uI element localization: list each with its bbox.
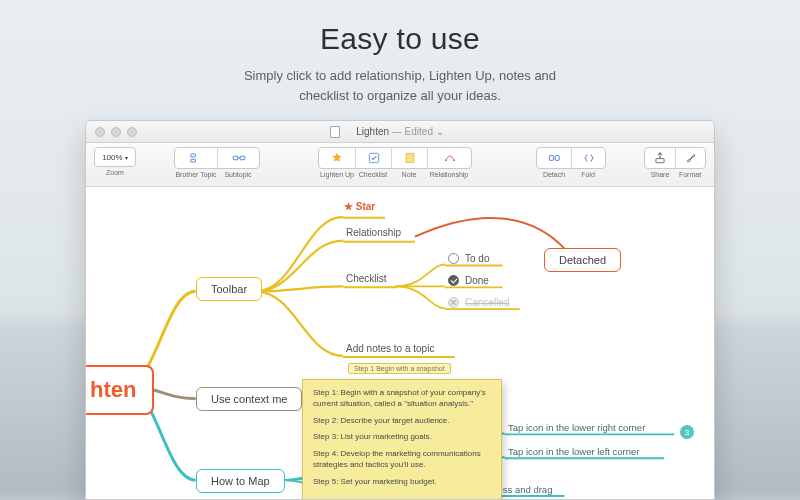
close-icon[interactable] <box>95 127 105 137</box>
checklist-todo-label: To do <box>465 253 489 264</box>
brush-icon <box>684 151 698 165</box>
checklist-done-label: Done <box>465 275 489 286</box>
window-title: Lighten — Edited ⌄ <box>356 126 444 137</box>
lighten-up-button[interactable] <box>319 148 355 168</box>
svg-rect-2 <box>233 156 238 160</box>
leaf-checklist[interactable]: Checklist <box>346 273 387 284</box>
sticky-step-3: Step 3: List your marketing goals. <box>313 432 491 443</box>
note-label: Note <box>391 171 427 178</box>
relationship-label: Relationship <box>427 171 471 178</box>
checklist-done[interactable]: Done <box>448 275 489 286</box>
checklist-cancelled-label: Cancelled <box>465 297 509 308</box>
fold-label: Fold <box>571 171 605 178</box>
checklist-button[interactable] <box>355 148 391 168</box>
brother-topic-label: Brother Topic <box>175 171 217 178</box>
mindmap-canvas[interactable]: hten Toolbar Use context me How to Map D… <box>86 187 714 499</box>
zoom-dropdown[interactable]: 100% ▾ <box>94 147 136 167</box>
share-button[interactable] <box>645 148 675 168</box>
detach-icon <box>547 151 561 165</box>
topic-context-menu[interactable]: Use context me <box>196 387 302 411</box>
subtopic-button[interactable] <box>217 148 259 168</box>
checkbox-checked-icon <box>448 275 459 286</box>
root-topic[interactable]: hten <box>85 365 154 415</box>
checklist-label: Checklist <box>355 171 391 178</box>
leaf-tap-right[interactable]: Tap icon in the lower right corner <box>508 422 673 433</box>
brother-topic-icon <box>189 151 203 165</box>
traffic-lights[interactable] <box>95 127 137 137</box>
toolbar: 100% ▾ Zoom Brother Topic Subtopic <box>86 143 714 187</box>
sticky-step-2: Step 2: Describe your target audience. <box>313 416 491 427</box>
note-button[interactable] <box>391 148 427 168</box>
leaf-relationship[interactable]: Relationship <box>346 227 401 238</box>
share-label: Share <box>645 171 675 178</box>
relationship-button[interactable] <box>427 148 471 168</box>
svg-rect-0 <box>191 154 196 157</box>
note-snapshot-tag[interactable]: Step 1 Begin with a snapshot <box>348 363 451 374</box>
app-window: Lighten — Edited ⌄ 100% ▾ Zoom <box>85 120 715 500</box>
format-label: Format <box>675 171 705 178</box>
format-button[interactable] <box>675 148 705 168</box>
star-icon <box>330 151 344 165</box>
zoom-label: Zoom <box>106 169 124 176</box>
svg-rect-6 <box>405 153 413 162</box>
detach-label: Detach <box>537 171 571 178</box>
lighten-up-label: Lighten Up <box>319 171 355 178</box>
svg-point-7 <box>444 159 446 161</box>
titlebar: Lighten — Edited ⌄ <box>86 121 714 143</box>
svg-rect-10 <box>555 156 559 161</box>
svg-rect-1 <box>191 159 196 162</box>
document-icon <box>330 126 340 138</box>
fold-button[interactable] <box>571 148 605 168</box>
sticky-note[interactable]: Step 1: Begin with a snapshot of your co… <box>302 379 502 500</box>
leaf-tap-left[interactable]: Tap icon in the lower left corner <box>508 446 668 457</box>
fold-icon <box>582 151 596 165</box>
svg-rect-11 <box>656 159 664 163</box>
topic-detached[interactable]: Detached <box>544 248 621 272</box>
minimize-icon[interactable] <box>111 127 121 137</box>
note-icon <box>403 151 417 165</box>
checkbox-cancel-icon <box>448 297 459 308</box>
sticky-step-1: Step 1: Begin with a snapshot of your co… <box>313 388 491 410</box>
brother-topic-button[interactable] <box>175 148 217 168</box>
leaf-star[interactable]: Star <box>344 201 375 212</box>
zoom-window-icon[interactable] <box>127 127 137 137</box>
share-icon <box>653 151 667 165</box>
svg-rect-3 <box>240 156 245 160</box>
relationship-icon <box>443 151 457 165</box>
checklist-cancelled[interactable]: Cancelled <box>448 297 509 308</box>
topic-how-to-map[interactable]: How to Map <box>196 469 285 493</box>
topic-toolbar[interactable]: Toolbar <box>196 277 262 301</box>
sticky-step-5: Step 5: Set your marketing budget. <box>313 477 491 488</box>
subtopic-label: Subtopic <box>217 171 259 178</box>
checklist-icon <box>367 151 381 165</box>
fold-count-badge[interactable]: 3 <box>680 425 694 439</box>
checklist-todo[interactable]: To do <box>448 253 489 264</box>
svg-rect-9 <box>549 156 553 161</box>
checkbox-empty-icon <box>448 253 459 264</box>
svg-point-8 <box>453 159 455 161</box>
detach-button[interactable] <box>537 148 571 168</box>
sticky-step-4: Step 4: Develop the marketing communicat… <box>313 449 491 471</box>
subtopic-icon <box>232 151 246 165</box>
leaf-add-notes[interactable]: Add notes to a topic <box>346 343 434 354</box>
